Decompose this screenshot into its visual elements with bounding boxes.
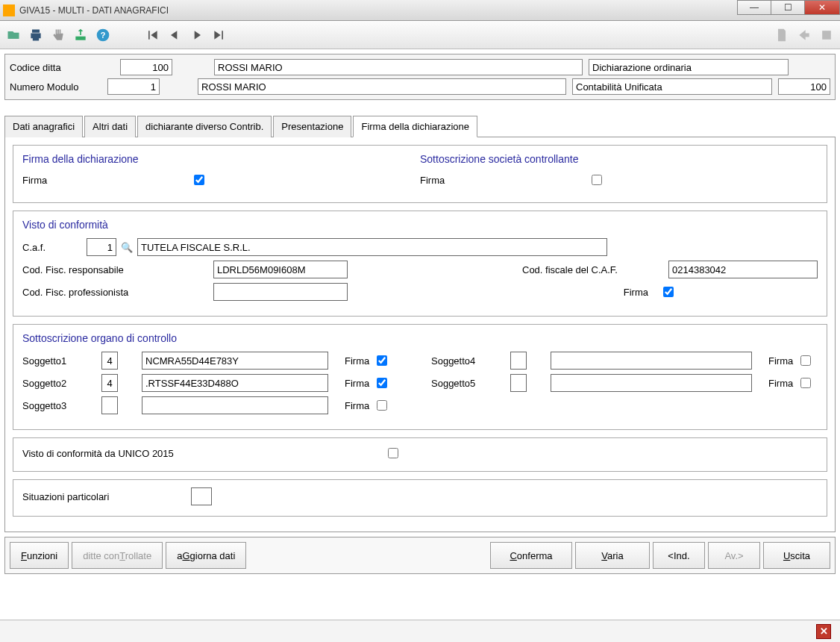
bottom-bar: Funzioni ditte conTrollate aGgiorna dati… (4, 537, 836, 574)
firma-dich-checkbox[interactable] (194, 175, 204, 185)
s3-firma-label: Firma (345, 400, 369, 411)
help-icon[interactable]: ? (94, 26, 112, 44)
row1-type-field[interactable] (589, 59, 789, 75)
funzioni-button[interactable]: Funzioni (10, 542, 69, 569)
cf-prof-field[interactable] (213, 283, 348, 301)
tab-content: Firma della dichiarazione Firma Sottoscr… (4, 137, 836, 532)
s1-label: Soggetto1 (22, 355, 97, 367)
s3-label: Soggetto3 (22, 400, 97, 411)
situazioni-field[interactable] (191, 487, 212, 505)
s5-val-field[interactable] (551, 374, 752, 392)
sottoscrizione-checkbox[interactable] (592, 175, 602, 185)
tab-dichiarante-diverso[interactable]: dichiarante diverso Contrib. (137, 116, 272, 137)
open-icon[interactable] (4, 26, 22, 44)
s5-firma-label: Firma (768, 378, 793, 389)
group-situazioni: Situazioni particolari (13, 479, 827, 517)
cf-resp-label: Cod. Fisc. responsabile (22, 264, 209, 275)
organo-title: Sottoscrizione organo di controllo (22, 332, 818, 344)
tab-firma-dichiarazione[interactable]: Firma della dichiarazione (353, 116, 477, 137)
tab-altri-dati[interactable]: Altri dati (84, 116, 136, 137)
aggiorna-dati-button[interactable]: aGgiorna dati (166, 542, 246, 569)
unico-checkbox[interactable] (388, 448, 398, 458)
visto-firma-checkbox[interactable] (663, 287, 674, 297)
s2-label: Soggetto2 (22, 378, 97, 389)
tab-presentazione[interactable]: Presentazione (273, 116, 351, 137)
s4-firma-label: Firma (768, 355, 793, 367)
s4-val-field[interactable] (551, 352, 752, 370)
cf-prof-label: Cod. Fisc. professionista (22, 287, 209, 298)
row2-type-field[interactable] (572, 78, 772, 95)
s4-firma-checkbox[interactable] (800, 355, 811, 366)
lookup-icon[interactable]: 🔍 (121, 241, 133, 253)
s3-code-field[interactable] (101, 396, 118, 414)
close-button[interactable]: ✕ (804, 0, 840, 15)
caf-label: C.a.f. (22, 242, 82, 253)
row2-name-field[interactable] (198, 78, 566, 95)
group-unico: Visto di conformità da UNICO 2015 (13, 437, 827, 472)
unico-label: Visto di conformità da UNICO 2015 (22, 448, 380, 459)
visto-title: Visto di conformità (22, 219, 818, 231)
export-icon[interactable] (72, 26, 90, 44)
s3-firma-checkbox[interactable] (377, 400, 387, 411)
ind-button[interactable]: <Ind. (653, 542, 705, 569)
group-firma-dichiarazione: Firma della dichiarazione Firma Sottoscr… (13, 145, 827, 203)
s4-code-field[interactable] (510, 352, 527, 370)
minimize-button[interactable]: — (737, 0, 771, 15)
s1-code-field[interactable] (101, 352, 118, 370)
conferma-button[interactable]: Conferma (490, 542, 572, 569)
print-icon[interactable] (27, 26, 45, 44)
row2-num-field[interactable] (778, 78, 830, 95)
ditte-controllate-button[interactable]: ditte conTrollate (72, 542, 163, 569)
caf-code-field[interactable] (87, 238, 116, 256)
next-icon[interactable] (188, 26, 206, 44)
caf-name-field[interactable] (137, 238, 607, 256)
tab-dati-anagrafici[interactable]: Dati anagrafici (4, 116, 83, 137)
codice-ditta-label: Codice ditta (10, 62, 114, 73)
hand-icon[interactable] (49, 26, 67, 44)
group-organo: Sottoscrizione organo di controllo Sogge… (13, 324, 827, 430)
uscita-button[interactable]: Uscita (763, 542, 830, 569)
statusbar: ✕ (0, 620, 840, 642)
prev-icon[interactable] (166, 26, 184, 44)
s3-val-field[interactable] (142, 396, 328, 414)
sottoscrizione-firma-label: Firma (420, 175, 584, 186)
varia-button[interactable]: Varia (575, 542, 650, 569)
toolbar: ? (0, 21, 840, 49)
firma-dich-title: Firma della dichiarazione (22, 153, 420, 165)
first-icon[interactable] (143, 26, 161, 44)
s4-label: Soggetto4 (431, 355, 506, 367)
maximize-button[interactable]: ☐ (771, 0, 805, 15)
visto-firma-label: Firma (514, 287, 656, 298)
codice-ditta-field[interactable] (120, 59, 172, 75)
last-icon[interactable] (210, 26, 228, 44)
s2-code-field[interactable] (101, 374, 118, 392)
stack-icon[interactable] (818, 26, 836, 44)
window-title: GIVA15 - MULTI - DATI ANAGRAFICI (19, 5, 169, 16)
svg-rect-2 (822, 31, 831, 40)
app-icon (3, 4, 15, 16)
titlebar: GIVA15 - MULTI - DATI ANAGRAFICI — ☐ ✕ (0, 0, 840, 21)
doc-icon[interactable] (773, 26, 791, 44)
sottoscrizione-title: Sottoscrizione società controllante (420, 153, 818, 165)
forward-icon[interactable] (795, 26, 813, 44)
s2-firma-checkbox[interactable] (377, 378, 387, 388)
firma-dich-label: Firma (22, 175, 187, 186)
av-button[interactable]: Av.> (708, 542, 760, 569)
s1-firma-label: Firma (345, 355, 369, 367)
s5-firma-checkbox[interactable] (800, 378, 811, 388)
cf-caf-label: Cod. fiscale del C.A.F. (522, 264, 664, 275)
row1-name-field[interactable] (214, 59, 583, 75)
header-box: Codice ditta Numero Modulo (4, 54, 836, 100)
svg-text:?: ? (101, 31, 106, 40)
s5-code-field[interactable] (510, 374, 527, 392)
s1-val-field[interactable] (142, 352, 328, 370)
cf-caf-field[interactable] (668, 261, 818, 278)
s1-firma-checkbox[interactable] (377, 355, 387, 366)
numero-modulo-label: Numero Modulo (10, 81, 101, 93)
status-close-icon[interactable]: ✕ (816, 624, 831, 639)
numero-modulo-field[interactable] (107, 78, 160, 95)
group-visto: Visto di conformità C.a.f. 🔍 Cod. Fisc. … (13, 211, 827, 317)
cf-resp-field[interactable] (213, 261, 348, 278)
s2-val-field[interactable] (142, 374, 328, 392)
tabs: Dati anagrafici Altri dati dichiarante d… (4, 115, 836, 137)
